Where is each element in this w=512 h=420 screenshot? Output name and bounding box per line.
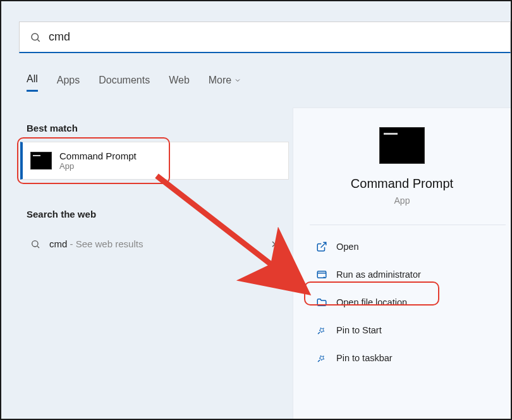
- search-bar[interactable]: [19, 22, 511, 53]
- best-match-heading: Best match: [27, 123, 78, 133]
- action-open-label: Open: [336, 242, 358, 252]
- svg-line-8: [318, 360, 320, 362]
- chevron-right-icon: [269, 239, 279, 249]
- action-run-admin[interactable]: Run as administrator: [314, 265, 506, 284]
- cmd-prompt-icon: [30, 152, 52, 170]
- best-match-subtitle: App: [59, 161, 137, 171]
- best-match-result[interactable]: Command Prompt App: [20, 142, 289, 180]
- web-query: cmd: [49, 238, 67, 249]
- svg-line-7: [318, 332, 320, 334]
- action-run-admin-label: Run as administrator: [336, 269, 421, 280]
- divider: [310, 225, 506, 225]
- tab-web[interactable]: Web: [169, 75, 190, 91]
- pin-icon: [316, 324, 327, 336]
- action-pin-taskbar-label: Pin to taskbar: [336, 353, 393, 363]
- web-result[interactable]: cmd - See web results: [20, 229, 289, 259]
- tab-more[interactable]: More: [209, 75, 241, 91]
- folder-icon: [316, 297, 327, 308]
- chevron-down-icon: [234, 77, 241, 84]
- svg-point-0: [32, 34, 39, 40]
- web-suffix: - See web results: [67, 238, 143, 249]
- action-open[interactable]: Open: [314, 237, 506, 256]
- action-open-location-label: Open file location: [336, 297, 407, 307]
- open-icon: [316, 241, 327, 252]
- action-pin-start[interactable]: Pin to Start: [314, 321, 506, 340]
- filter-tabs: All Apps Documents Web More: [27, 73, 241, 92]
- svg-line-4: [321, 242, 326, 247]
- svg-point-2: [32, 241, 38, 247]
- preview-subtitle: App: [293, 195, 511, 206]
- action-list: Open Run as administrator Open file loca…: [314, 237, 506, 368]
- admin-window-icon: [316, 269, 327, 280]
- search-icon: [30, 239, 40, 249]
- svg-line-3: [37, 246, 39, 248]
- tab-apps[interactable]: Apps: [57, 75, 80, 91]
- svg-rect-5: [317, 271, 326, 278]
- search-icon: [30, 32, 41, 43]
- action-pin-taskbar[interactable]: Pin to taskbar: [314, 349, 506, 368]
- search-web-heading: Search the web: [27, 209, 96, 219]
- action-pin-start-label: Pin to Start: [336, 325, 382, 335]
- tab-more-label: More: [209, 75, 231, 86]
- best-match-title: Command Prompt: [59, 151, 137, 161]
- svg-line-1: [37, 39, 39, 41]
- best-match-text: Command Prompt App: [59, 151, 137, 171]
- preview-panel: Command Prompt App Open Run as administr…: [293, 108, 511, 419]
- preview-title: Command Prompt: [293, 176, 511, 191]
- pin-icon: [316, 352, 327, 364]
- cmd-prompt-icon: [379, 127, 425, 164]
- action-open-location[interactable]: Open file location: [314, 293, 506, 312]
- tab-documents[interactable]: Documents: [99, 75, 150, 91]
- search-input[interactable]: [49, 30, 500, 44]
- tab-all[interactable]: All: [27, 73, 38, 92]
